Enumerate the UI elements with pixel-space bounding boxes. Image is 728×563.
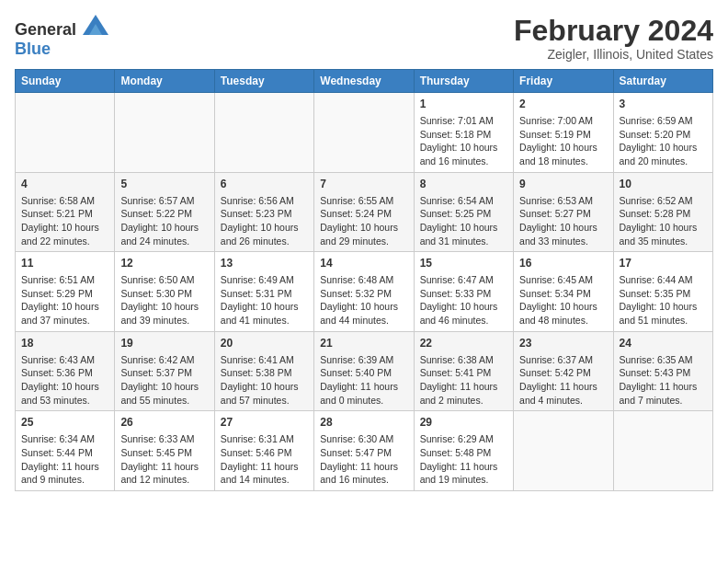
main-title: February 2024 bbox=[514, 15, 713, 47]
day-info: Sunset: 5:43 PM bbox=[620, 366, 707, 380]
day-info: Daylight: 10 hours bbox=[420, 141, 507, 155]
day-info: Sunset: 5:47 PM bbox=[320, 446, 407, 460]
day-info: Sunset: 5:45 PM bbox=[120, 446, 208, 460]
calendar-week-row: 11Sunrise: 6:51 AMSunset: 5:29 PMDayligh… bbox=[16, 252, 713, 332]
day-info: Daylight: 11 hours bbox=[519, 380, 607, 394]
day-info: Daylight: 10 hours bbox=[120, 300, 208, 314]
header-saturday: Saturday bbox=[613, 70, 712, 93]
day-info: Daylight: 11 hours bbox=[120, 460, 208, 474]
calendar-week-row: 1Sunrise: 7:01 AMSunset: 5:18 PMDaylight… bbox=[16, 93, 713, 173]
subtitle: Zeigler, Illinois, United States bbox=[514, 47, 713, 62]
day-info: and 14 minutes. bbox=[221, 473, 308, 487]
day-info: Sunrise: 6:39 AM bbox=[320, 353, 407, 367]
day-info: Sunset: 5:31 PM bbox=[221, 287, 308, 301]
calendar-cell: 24Sunrise: 6:35 AMSunset: 5:43 PMDayligh… bbox=[613, 331, 712, 411]
calendar-cell: 12Sunrise: 6:50 AMSunset: 5:30 PMDayligh… bbox=[115, 252, 214, 332]
day-info: Sunrise: 6:33 AM bbox=[120, 432, 208, 446]
day-info: and 0 minutes. bbox=[320, 394, 407, 408]
day-info: Daylight: 10 hours bbox=[221, 300, 308, 314]
day-info: and 41 minutes. bbox=[221, 314, 308, 327]
day-info: and 39 minutes. bbox=[120, 314, 208, 327]
day-info: and 37 minutes. bbox=[21, 314, 108, 327]
day-info: Daylight: 10 hours bbox=[120, 221, 208, 235]
day-info: and 51 minutes. bbox=[620, 314, 707, 327]
calendar-cell: 18Sunrise: 6:43 AMSunset: 5:36 PMDayligh… bbox=[16, 331, 115, 411]
day-info: Daylight: 10 hours bbox=[519, 141, 607, 155]
calendar-cell: 25Sunrise: 6:34 AMSunset: 5:44 PMDayligh… bbox=[16, 411, 115, 491]
day-info: and 7 minutes. bbox=[620, 394, 707, 408]
day-number: 6 bbox=[221, 177, 308, 192]
day-number: 28 bbox=[320, 415, 407, 431]
day-info: Sunrise: 6:54 AM bbox=[420, 194, 507, 208]
day-info: Sunrise: 6:45 AM bbox=[519, 273, 607, 287]
day-info: Sunrise: 6:44 AM bbox=[620, 273, 707, 287]
day-info: Sunrise: 6:55 AM bbox=[320, 194, 407, 208]
day-info: and 19 minutes. bbox=[420, 473, 507, 487]
header-wednesday: Wednesday bbox=[314, 70, 414, 93]
day-number: 13 bbox=[221, 256, 308, 271]
calendar-week-row: 25Sunrise: 6:34 AMSunset: 5:44 PMDayligh… bbox=[16, 411, 713, 491]
day-info: and 26 minutes. bbox=[221, 235, 308, 248]
day-info: and 48 minutes. bbox=[519, 314, 607, 327]
calendar-header-row: SundayMondayTuesdayWednesdayThursdayFrid… bbox=[16, 70, 713, 93]
calendar-cell: 26Sunrise: 6:33 AMSunset: 5:45 PMDayligh… bbox=[115, 411, 214, 491]
day-info: Daylight: 11 hours bbox=[320, 460, 407, 474]
calendar-cell: 19Sunrise: 6:42 AMSunset: 5:37 PMDayligh… bbox=[115, 331, 214, 411]
day-info: and 20 minutes. bbox=[620, 155, 707, 168]
calendar-cell: 10Sunrise: 6:52 AMSunset: 5:28 PMDayligh… bbox=[613, 172, 712, 252]
logo-general: General bbox=[15, 20, 76, 39]
calendar-cell: 3Sunrise: 6:59 AMSunset: 5:20 PMDaylight… bbox=[613, 93, 712, 173]
day-info: Sunset: 5:35 PM bbox=[620, 287, 707, 301]
day-info: Sunrise: 6:43 AM bbox=[21, 353, 108, 367]
day-info: and 16 minutes. bbox=[420, 155, 507, 168]
calendar-week-row: 18Sunrise: 6:43 AMSunset: 5:36 PMDayligh… bbox=[16, 331, 713, 411]
day-info: Sunrise: 7:00 AM bbox=[519, 114, 607, 128]
day-info: Sunrise: 6:58 AM bbox=[21, 194, 108, 208]
day-info: Sunrise: 6:35 AM bbox=[620, 353, 707, 367]
day-info: Sunset: 5:30 PM bbox=[120, 287, 208, 301]
day-info: Sunset: 5:27 PM bbox=[519, 207, 607, 221]
day-info: Daylight: 10 hours bbox=[21, 380, 108, 394]
day-info: Daylight: 11 hours bbox=[420, 380, 507, 394]
day-info: Sunrise: 6:47 AM bbox=[420, 273, 507, 287]
day-info: Daylight: 10 hours bbox=[420, 300, 507, 314]
day-number: 8 bbox=[420, 177, 507, 192]
calendar-cell: 23Sunrise: 6:37 AMSunset: 5:42 PMDayligh… bbox=[514, 331, 613, 411]
header-monday: Monday bbox=[115, 70, 214, 93]
day-info: Sunrise: 6:49 AM bbox=[221, 273, 308, 287]
logo-blue: Blue bbox=[15, 40, 51, 58]
day-number: 23 bbox=[519, 336, 607, 351]
day-number: 21 bbox=[320, 336, 407, 351]
day-number: 20 bbox=[221, 336, 308, 351]
calendar-cell bbox=[115, 93, 214, 173]
calendar-cell: 22Sunrise: 6:38 AMSunset: 5:41 PMDayligh… bbox=[414, 331, 513, 411]
calendar-cell: 11Sunrise: 6:51 AMSunset: 5:29 PMDayligh… bbox=[16, 252, 115, 332]
logo-text: General Blue bbox=[15, 15, 108, 59]
day-number: 25 bbox=[21, 415, 108, 431]
day-info: Sunrise: 6:37 AM bbox=[519, 353, 607, 367]
day-info: Sunrise: 6:48 AM bbox=[320, 273, 407, 287]
day-info: Daylight: 10 hours bbox=[620, 221, 707, 235]
day-info: Daylight: 10 hours bbox=[320, 221, 407, 235]
header-friday: Friday bbox=[514, 70, 613, 93]
day-number: 26 bbox=[120, 415, 208, 431]
day-info: Sunset: 5:38 PM bbox=[221, 366, 308, 380]
day-info: and 9 minutes. bbox=[21, 473, 108, 487]
day-info: Sunset: 5:36 PM bbox=[21, 366, 108, 380]
calendar-table: SundayMondayTuesdayWednesdayThursdayFrid… bbox=[15, 69, 713, 491]
calendar-cell: 28Sunrise: 6:30 AMSunset: 5:47 PMDayligh… bbox=[314, 411, 414, 491]
calendar-cell: 29Sunrise: 6:29 AMSunset: 5:48 PMDayligh… bbox=[414, 411, 513, 491]
day-info: Daylight: 10 hours bbox=[620, 141, 707, 155]
header-tuesday: Tuesday bbox=[214, 70, 313, 93]
calendar-cell: 27Sunrise: 6:31 AMSunset: 5:46 PMDayligh… bbox=[214, 411, 313, 491]
logo: General Blue bbox=[15, 15, 108, 59]
calendar-cell bbox=[16, 93, 115, 173]
day-info: Daylight: 11 hours bbox=[420, 460, 507, 474]
day-info: Daylight: 10 hours bbox=[120, 380, 208, 394]
day-number: 24 bbox=[620, 336, 707, 351]
day-number: 12 bbox=[120, 256, 208, 271]
day-info: Sunrise: 6:56 AM bbox=[221, 194, 308, 208]
calendar-cell: 20Sunrise: 6:41 AMSunset: 5:38 PMDayligh… bbox=[214, 331, 313, 411]
day-info: Sunrise: 6:34 AM bbox=[21, 432, 108, 446]
day-info: Sunset: 5:32 PM bbox=[320, 287, 407, 301]
